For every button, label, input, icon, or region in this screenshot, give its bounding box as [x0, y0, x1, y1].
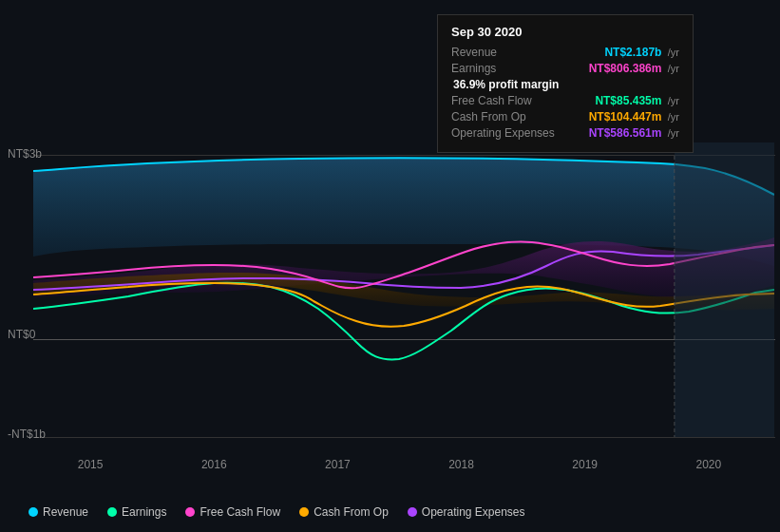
tooltip-value-earnings: NT$806.386m — [589, 62, 662, 75]
tooltip-unit-fcf: /yr — [668, 95, 679, 106]
x-label-2017: 2017 — [325, 458, 351, 471]
x-label-2016: 2016 — [201, 458, 227, 471]
tooltip-row-earnings: Earnings NT$806.386m /yr — [451, 62, 679, 75]
legend-dot-earnings — [107, 507, 117, 517]
tooltip-unit-revenue: /yr — [668, 47, 679, 58]
tooltip-label-earnings: Earnings — [451, 62, 496, 75]
chart-legend: Revenue Earnings Free Cash Flow Cash Fro… — [29, 505, 525, 519]
x-label-2015: 2015 — [78, 458, 104, 471]
legend-item-fcf[interactable]: Free Cash Flow — [185, 505, 280, 519]
legend-dot-cashfromop — [299, 507, 309, 517]
main-chart-svg — [33, 142, 774, 437]
tooltip-value-cashfromop: NT$104.447m — [589, 110, 662, 124]
chart-container: NT$3b NT$0 -NT$1b — [0, 0, 780, 532]
legend-label-opex: Operating Expenses — [422, 505, 525, 519]
tooltip-value-opex: NT$586.561m — [589, 126, 662, 140]
tooltip-label-revenue: Revenue — [451, 46, 497, 59]
legend-item-earnings[interactable]: Earnings — [107, 505, 166, 519]
x-label-2018: 2018 — [448, 458, 474, 471]
legend-item-opex[interactable]: Operating Expenses — [408, 505, 525, 519]
tooltip-row-fcf: Free Cash Flow NT$85.435m /yr — [451, 94, 679, 107]
x-label-2019: 2019 — [572, 458, 598, 471]
tooltip-panel: Sep 30 2020 Revenue NT$2.187b /yr Earnin… — [437, 14, 694, 153]
tooltip-title: Sep 30 2020 — [451, 25, 679, 39]
tooltip-row-opex: Operating Expenses NT$586.561m /yr — [451, 126, 679, 140]
x-label-2020: 2020 — [696, 458, 722, 471]
legend-item-cashfromop[interactable]: Cash From Op — [299, 505, 389, 519]
legend-dot-revenue — [29, 507, 38, 517]
legend-dot-opex — [408, 507, 417, 517]
tooltip-label-opex: Operating Expenses — [451, 126, 555, 140]
tooltip-label-fcf: Free Cash Flow — [451, 94, 532, 107]
current-period-shade — [675, 142, 774, 437]
tooltip-value-revenue: NT$2.187b — [604, 46, 661, 59]
x-axis: 2015 2016 2017 2018 2019 2020 — [29, 458, 770, 471]
tooltip-unit-opex: /yr — [668, 127, 679, 139]
tooltip-row-revenue: Revenue NT$2.187b /yr — [451, 46, 679, 59]
legend-label-fcf: Free Cash Flow — [200, 505, 280, 519]
tooltip-unit-cashfromop: /yr — [668, 111, 679, 123]
legend-label-revenue: Revenue — [43, 505, 88, 519]
tooltip-label-cashfromop: Cash From Op — [451, 110, 526, 124]
profit-margin: 36.9% profit margin — [451, 78, 679, 91]
legend-label-earnings: Earnings — [122, 505, 166, 519]
tooltip-value-fcf: NT$85.435m — [595, 94, 661, 107]
legend-item-revenue[interactable]: Revenue — [29, 505, 88, 519]
legend-label-cashfromop: Cash From Op — [314, 505, 389, 519]
legend-dot-fcf — [185, 507, 195, 517]
tooltip-unit-earnings: /yr — [668, 63, 679, 74]
y-label-0: NT$0 — [8, 328, 35, 341]
revenue-area — [33, 158, 774, 266]
tooltip-row-cashfromop: Cash From Op NT$104.447m /yr — [451, 110, 679, 124]
grid-line-bottom — [33, 437, 775, 438]
